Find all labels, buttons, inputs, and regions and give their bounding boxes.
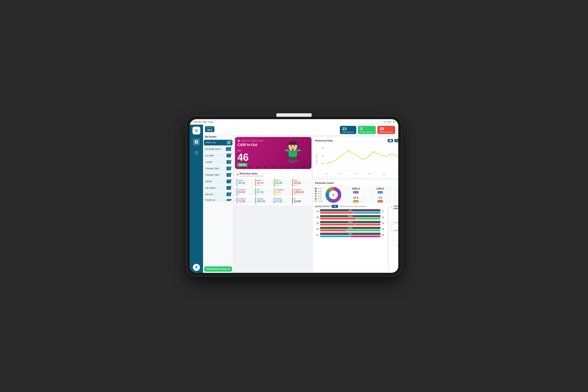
- sidebar-bottom: [193, 264, 200, 271]
- aqi-button[interactable]: AQI: [394, 139, 398, 142]
- device-list-item[interactable]: uboardAQI1: [204, 178, 232, 184]
- legend-square: [315, 193, 316, 194]
- device-status-dot: [230, 154, 232, 155]
- sensor-label: CO2(ppm): [294, 189, 309, 190]
- svg-text:40: 40: [322, 162, 324, 165]
- particle-stat-label: (5.0): [378, 200, 383, 202]
- sensor-card-hum: Hum 67.00 %: [255, 188, 273, 196]
- comparison-section: SQUAIR OFFICE VS MEGHIS |CAOA/ Ghana Urb…: [313, 203, 388, 271]
- chart-type-button[interactable]: 📊: [388, 139, 393, 142]
- device-list-item[interactable]: Purelogic OfficeAQI20: [204, 172, 232, 178]
- comp-right-val: 64: [382, 234, 386, 236]
- comp-left-val: 67: [314, 234, 319, 236]
- radio-icon: ⊙: [391, 206, 392, 208]
- legend-label: (3.0): [318, 195, 322, 197]
- particle-stat-value: 1200.0: [370, 187, 391, 190]
- comp-bars: [320, 212, 380, 214]
- sidebar-item-clock[interactable]: [193, 149, 200, 156]
- device-status-dot: [230, 192, 232, 194]
- legend-label: (1.0): [318, 193, 322, 195]
- rt-title-block: Real-time Data Last updated: 44 seconds …: [240, 172, 263, 177]
- sensor-label: PM1: [294, 180, 309, 181]
- pencil: [276, 113, 312, 117]
- sensor-label: AQI-IN(r): [257, 198, 272, 200]
- comparison-header: SQUAIR OFFICE VS MEGHIS |CAOA/ Ghana Urb…: [314, 205, 386, 208]
- online-devices-badge: 3 Online Devices: [358, 126, 376, 134]
- particles-section: Particals Count (0.3)(0.5)(1.0)(3.0)(5.0…: [313, 180, 398, 206]
- device-name: Air Quality Device: [206, 148, 221, 150]
- comp-label: PM25: [320, 215, 380, 217]
- device-list-item[interactable]: my squairAQI6: [204, 153, 232, 158]
- svg-text:09:00: 09:00: [382, 173, 386, 175]
- right-location-label: MEGHIS |CAOA/ Ghana Urban ▼: [340, 206, 366, 207]
- sensor-card-pm25: PM2.5 28.00 μg/m³: [255, 178, 273, 187]
- dashboard-grid: 🏠 2022-11-07 12:26:27 +0000 CAIR In-Out …: [234, 136, 398, 273]
- comp-bar-right: [350, 236, 380, 237]
- comp-chart-wrapper: 40 35 30 25 20 Sensor Value: [391, 210, 398, 270]
- comp-bar-right: [348, 230, 380, 231]
- user-avatar[interactable]: [193, 264, 200, 271]
- device-status-dot: [230, 199, 232, 200]
- particle-legend-item: (3.0): [315, 195, 322, 197]
- sensor-value: 209.00: [257, 200, 272, 203]
- comp-bars: [320, 230, 380, 231]
- historical-section: Historical Data 📊 AQI: [313, 137, 398, 178]
- sidebar-logo[interactable]: Q: [192, 126, 200, 134]
- legend-label: (0.5): [318, 190, 322, 192]
- create-devices-group-button[interactable]: Create Devices Group 📋: [204, 266, 232, 272]
- svg-rect-13: [285, 149, 288, 151]
- sensor-value: 28.00: [257, 181, 272, 184]
- comp-bar-area: Temp: [320, 227, 380, 231]
- legend-label: (5.0): [318, 198, 322, 200]
- right-column-top: Historical Data 📊 AQI: [313, 137, 398, 202]
- group-icon: 📋: [228, 268, 230, 270]
- device-list-item[interactable]: test cair+AQI20: [204, 192, 232, 197]
- comp-bar-left: [320, 230, 347, 231]
- indoor-legend: Indoor: [398, 245, 398, 247]
- battery-pct: 17%: [387, 121, 391, 123]
- sensor-value: 67.00: [257, 190, 272, 194]
- device-name: uboard: [206, 180, 212, 182]
- avg-aqi-label: AVG AQI: [206, 127, 213, 128]
- historical-header: Historical Data 📊 AQI: [315, 139, 398, 142]
- status-time: 5:56 PM Mon 7 Nov: [193, 121, 213, 123]
- device-card: 🏠 2022-11-07 12:26:27 +0000 CAIR In-Out …: [235, 137, 312, 169]
- sensor-label: TVOC(ppm): [276, 189, 290, 190]
- sensor-grid: AQI-IN 46.00 PM2.5 28.00 μg/m³ PM10 32.0…: [236, 178, 310, 204]
- svg-text:31/10: 31/10: [392, 240, 394, 242]
- comparison-chart-svg: 40 35 30 25 20 Sensor Value: [391, 210, 398, 244]
- comparison-row: 46 AQI 27: [314, 209, 386, 214]
- device-list-item[interactable]: Air Quality DeviceAQI313: [204, 146, 232, 152]
- particle-stat-label: (3.0): [353, 200, 358, 202]
- sensor-label: PM10: [276, 180, 290, 181]
- realtime-section: ≡ Real-time Data Last updated: 44 second…: [235, 170, 312, 206]
- device-status-dot: [230, 140, 232, 142]
- particle-stat: 4383.0 (0.3): [344, 186, 368, 194]
- legend-square: [315, 190, 316, 192]
- particle-stat-value: 4383.0: [345, 187, 366, 190]
- battery-icon: 🔋: [392, 121, 395, 123]
- device-list-item[interactable]: u boardAQI20: [204, 159, 232, 165]
- device-list-item[interactable]: CAIR In-OutAQI46: [204, 140, 232, 146]
- sensor-value: 25.00: [238, 190, 253, 194]
- particle-stat-label: (0.3): [353, 191, 358, 194]
- sidebar-item-grid[interactable]: [193, 138, 200, 146]
- dashboard: 23 Total Devices 3 Online Devices 20: [234, 125, 398, 273]
- comp-bar-right: [355, 224, 380, 226]
- sensor-card-aqi-in: AQI-IN 46.00: [236, 178, 254, 187]
- svg-point-24: [373, 151, 374, 152]
- device-list-item[interactable]: Purelogic OfficeAQI20: [204, 166, 232, 171]
- particles-stats: 4383.0 (0.3) 1200.0 (0.5) 224.0 (1.0) 37…: [344, 186, 398, 204]
- comp-bars: [320, 224, 380, 226]
- device-timestamp: 2022-11-07 12:26:27 +0000: [242, 140, 263, 142]
- sensor-value: 47.00: [276, 200, 290, 203]
- device-list-item[interactable]: Pocket co2AQI: [204, 198, 232, 202]
- device-name: Pocket co2: [206, 199, 215, 201]
- device-list-item[interactable]: cair outdoorAQI8: [204, 185, 232, 191]
- comp-left-val: 46: [314, 210, 319, 213]
- svg-rect-0: [195, 140, 196, 142]
- svg-text:Sensor Value: Sensor Value: [391, 222, 391, 232]
- comparison-row: 28 PM25 16: [314, 215, 386, 220]
- comp-label: PM10: [320, 221, 380, 223]
- sensor-label: CI: [294, 198, 309, 200]
